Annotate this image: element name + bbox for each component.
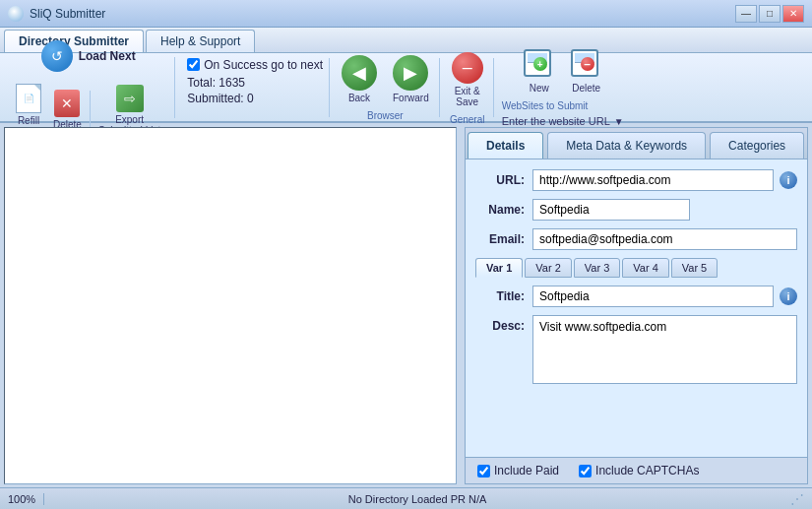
title-label: Title:	[475, 289, 525, 303]
general-section-label: General	[450, 113, 485, 125]
browser-section-label: Browser	[367, 109, 404, 121]
totals-info: Total: 1635 Submitted: 0	[187, 76, 253, 105]
name-row: Name:	[475, 199, 797, 221]
desc-textarea[interactable]: Visit www.softpedia.com	[532, 315, 797, 384]
bottom-options: Include Paid Include CAPTCHAs	[466, 457, 807, 483]
title-bar-left: SliQ Submitter	[8, 6, 105, 22]
email-row: Email:	[475, 228, 797, 250]
tab-details[interactable]: Details	[468, 132, 543, 159]
email-input[interactable]	[532, 228, 797, 250]
enter-url-label: Enter the website URL	[502, 115, 610, 127]
include-captchas-checkbox[interactable]	[579, 465, 592, 477]
toolbar-general-section: – Exit &Save General	[442, 58, 494, 117]
title-input[interactable]	[532, 286, 774, 307]
tab-help-support[interactable]: Help & Support	[146, 30, 255, 52]
load-next-button[interactable]: ↺ Load Next	[35, 36, 142, 76]
new-site-icon: +	[524, 49, 555, 81]
var-tab-4[interactable]: Var 4	[622, 258, 668, 278]
name-label: Name:	[475, 203, 525, 217]
details-form: URL: i Name: Email: Var 1 Var 2 Var 3 Va…	[466, 159, 807, 457]
include-paid-checkbox[interactable]	[477, 465, 490, 477]
title-bar: SliQ Submitter — □ ✕	[0, 0, 812, 28]
name-input[interactable]	[532, 199, 690, 221]
include-paid-text: Include Paid	[494, 464, 559, 477]
minimize-button[interactable]: —	[735, 5, 757, 23]
total-count: Total: 1635	[187, 76, 253, 90]
title-info-button[interactable]: i	[780, 287, 797, 305]
directory-panel	[4, 127, 457, 484]
load-next-icon: ↺	[41, 40, 73, 72]
desc-row: Desc: Visit www.softpedia.com	[475, 315, 797, 384]
var-tab-1[interactable]: Var 1	[475, 258, 523, 278]
submitted-count: Submitted: 0	[187, 92, 253, 105]
exit-save-label: Exit &Save	[455, 86, 480, 107]
toolbar: ↺ Load Next 📄 RefillPage ✕ Delete ⇨ Expo…	[0, 53, 812, 122]
toolbar-websites-section: + New – Delete WebSites to Submit Enter …	[496, 58, 630, 117]
exit-save-icon: –	[452, 52, 483, 84]
websites-section-label: WebSites to Submit	[502, 99, 589, 111]
app-icon	[8, 6, 24, 22]
include-captchas-text: Include CAPTCHAs	[595, 464, 699, 477]
back-button[interactable]: ◀ Back	[338, 53, 381, 105]
export-icon: ⇨	[116, 85, 144, 112]
panel-tabs: Details Meta Data & Keywords Categories	[466, 128, 807, 159]
include-paid-label[interactable]: Include Paid	[477, 464, 559, 477]
title-row: Title: i	[475, 286, 797, 307]
status-bar: 100% No Directory Loaded PR N/A ⋰	[0, 487, 812, 509]
resize-grip: ⋰	[790, 491, 804, 507]
toolbar-directory-section: ↺ Load Next 📄 RefillPage ✕ Delete ⇨ Expo…	[6, 57, 175, 118]
new-site-button[interactable]: + New	[520, 47, 559, 95]
new-site-label: New	[530, 83, 549, 94]
delete-icon: ✕	[54, 90, 80, 117]
window-controls: — □ ✕	[735, 5, 804, 23]
var-tabs: Var 1 Var 2 Var 3 Var 4 Var 5	[475, 258, 797, 278]
back-label: Back	[348, 93, 370, 103]
maximize-button[interactable]: □	[759, 5, 781, 23]
url-row: URL: i	[475, 169, 797, 191]
forward-icon: ▶	[393, 55, 428, 91]
exit-save-button[interactable]: – Exit &Save	[448, 50, 487, 109]
close-button[interactable]: ✕	[782, 5, 804, 23]
var-tab-2[interactable]: Var 2	[525, 258, 571, 278]
url-dropdown-arrow[interactable]: ▼	[614, 116, 624, 127]
url-label: URL:	[475, 173, 525, 187]
forward-label: Forward	[393, 93, 429, 103]
delete-site-label: Delete	[572, 83, 600, 94]
delete-button[interactable]: ✕ Delete	[49, 88, 86, 132]
tab-meta-data[interactable]: Meta Data & Keywords	[547, 132, 706, 159]
toolbar-options-section: On Success go to next Total: 1635 Submit…	[177, 58, 330, 117]
main-area: Details Meta Data & Keywords Categories …	[0, 123, 812, 488]
var-tab-3[interactable]: Var 3	[574, 258, 620, 278]
on-success-checkbox-label[interactable]: On Success go to next	[187, 58, 323, 72]
toolbar-browser-section: ◀ Back ▶ Forward Browser	[332, 58, 440, 117]
include-captchas-label[interactable]: Include CAPTCHAs	[579, 464, 699, 477]
delete-site-button[interactable]: – Delete	[567, 47, 606, 95]
refill-page-icon: 📄	[16, 84, 41, 113]
forward-button[interactable]: ▶ Forward	[389, 53, 433, 105]
app-title: SliQ Submitter	[30, 7, 105, 21]
delete-site-icon: –	[571, 49, 602, 81]
url-info-button[interactable]: i	[780, 171, 797, 189]
back-icon: ◀	[342, 55, 377, 91]
details-panel: Details Meta Data & Keywords Categories …	[465, 127, 808, 484]
status-message: No Directory Loaded PR N/A	[52, 493, 782, 505]
url-input[interactable]	[532, 169, 774, 191]
on-success-label: On Success go to next	[204, 58, 323, 72]
desc-label: Desc:	[475, 319, 525, 333]
email-label: Email:	[475, 232, 525, 246]
load-next-label: Load Next	[79, 49, 136, 63]
on-success-checkbox[interactable]	[187, 58, 200, 71]
status-percent: 100%	[8, 493, 44, 505]
var-tab-5[interactable]: Var 5	[671, 258, 718, 278]
tab-categories[interactable]: Categories	[710, 132, 804, 159]
